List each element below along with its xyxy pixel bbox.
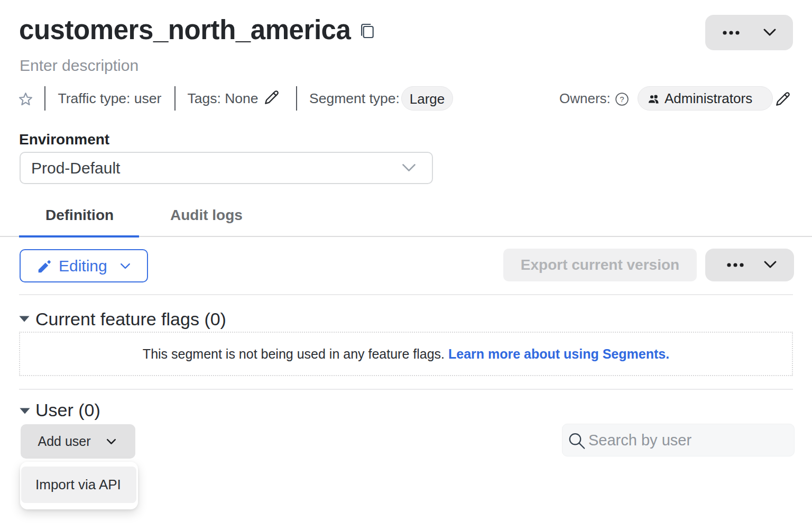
svg-text:?: ?: [620, 95, 624, 104]
